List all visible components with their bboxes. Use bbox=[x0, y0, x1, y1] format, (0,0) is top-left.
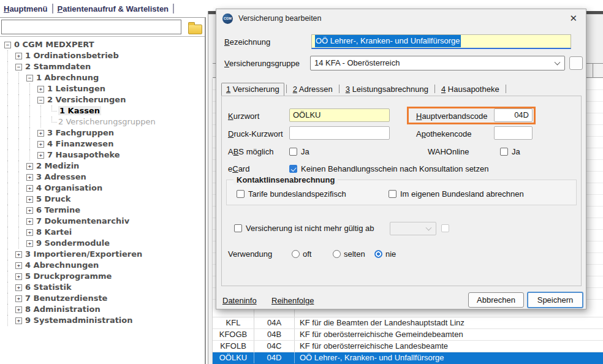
dialog-tab[interactable]: 2 Adressen bbox=[289, 83, 337, 96]
versicherungsgruppe-browse-button[interactable] bbox=[569, 56, 583, 70]
verwendung-selten-radio[interactable] bbox=[333, 250, 341, 258]
tree-item[interactable]: 7 Benutzerdienste + bbox=[0, 293, 205, 304]
speichern-button[interactable]: Speichern bbox=[527, 292, 583, 308]
tree-item[interactable]: 9 Sondermodule + bbox=[0, 238, 205, 249]
wahonline-checkbox[interactable] bbox=[500, 148, 508, 156]
tree-guide-line bbox=[7, 127, 8, 138]
collapse-icon[interactable]: − bbox=[26, 75, 33, 82]
expand-icon[interactable]: + bbox=[15, 262, 22, 269]
tree-item[interactable]: 7 Dokumentenarchiv + bbox=[0, 216, 205, 227]
expand-icon[interactable]: + bbox=[15, 284, 22, 291]
main-tab[interactable]: Hauptmenü bbox=[4, 4, 48, 13]
tree-item[interactable]: 1 Ordinationsbetrieb + bbox=[0, 50, 205, 61]
expand-icon[interactable]: + bbox=[37, 152, 44, 159]
tree-item[interactable]: 5 Druck + bbox=[0, 194, 205, 205]
search-input[interactable] bbox=[1, 20, 181, 34]
hauptverbandscode-field[interactable]: 04D bbox=[494, 108, 533, 122]
tree-item-label: 3 Importieren/Exportieren bbox=[25, 249, 142, 259]
tree-item[interactable]: 9 Systemadministration + bbox=[0, 315, 205, 326]
bezeichnung-field[interactable]: OÖ Lehrer-, Kranken- und Unfallfürsorge bbox=[311, 34, 571, 49]
ecard-label: eCard bbox=[228, 164, 249, 173]
tree-item[interactable]: 4 Abrechnungen + bbox=[0, 260, 205, 271]
tree-item-label: 8 Administration bbox=[25, 305, 100, 314]
verwendung-oft-label: oft bbox=[303, 249, 311, 259]
tree-item[interactable]: 2 Stammdaten − bbox=[0, 61, 205, 72]
dateninfo-link[interactable]: Dateninfo bbox=[222, 296, 257, 305]
tree-guide-line bbox=[18, 238, 19, 249]
table-row[interactable]: KFOLB 04C KF für oberösterreichische Lan… bbox=[213, 341, 603, 352]
expand-icon[interactable]: + bbox=[26, 163, 33, 170]
tree-item[interactable]: 3 Fachgruppen + bbox=[0, 127, 205, 138]
ecard-checkbox[interactable] bbox=[289, 165, 297, 173]
tree-item[interactable]: 3 Importieren/Exportieren + bbox=[0, 249, 205, 260]
expand-icon[interactable]: + bbox=[37, 141, 44, 148]
tree-guide-line bbox=[7, 315, 8, 326]
abs-moeglich-checkbox[interactable] bbox=[289, 148, 297, 156]
table-row[interactable]: OÖLKU 04D OÖ Lehrer-, Kranken- und Unfal… bbox=[213, 352, 603, 364]
eigenes-bundesland-checkbox[interactable] bbox=[389, 190, 396, 198]
tree-item[interactable]: 4 Finanzwesen + bbox=[0, 138, 205, 150]
expand-icon[interactable]: + bbox=[15, 306, 22, 313]
expand-icon[interactable]: + bbox=[15, 273, 22, 280]
main-tab[interactable]: Patientenaufruf & Wartelisten bbox=[58, 4, 169, 13]
close-icon[interactable]: ✕ bbox=[567, 13, 580, 24]
table-row[interactable]: KFL 04A KF für die Beamten der Landeshau… bbox=[213, 317, 603, 329]
tree-item[interactable]: 8 Kartei + bbox=[0, 227, 205, 238]
cell-name: OÖ Lehrer-, Kranken- und Unfallfürsorge bbox=[295, 352, 603, 363]
druck-kurzwort-field[interactable] bbox=[289, 126, 390, 140]
expand-icon[interactable]: + bbox=[15, 317, 22, 324]
apothekencode-field[interactable] bbox=[494, 126, 533, 140]
tree-item[interactable]: 0 CGM MEDXPERT − bbox=[0, 39, 205, 50]
verwendung-oft-radio[interactable] bbox=[292, 250, 300, 258]
tree-item[interactable]: 2 Versicherungsgruppen bbox=[0, 116, 205, 127]
dialog-tab[interactable]: 1 Versicherung bbox=[221, 83, 284, 96]
dialog-tab[interactable]: 4 Hausapotheke bbox=[437, 83, 504, 96]
dialog-tab-strip: 1 Versicherung2 Adressen3 Leistungsabrec… bbox=[221, 82, 582, 96]
dialog-tab[interactable]: 3 Leistungsabrechnung bbox=[341, 83, 433, 96]
tree-item[interactable]: 3 Adressen + bbox=[0, 172, 205, 183]
tarife-bundesland-checkbox[interactable] bbox=[237, 190, 245, 198]
kurzwort-field[interactable]: OÖLKU bbox=[289, 108, 390, 122]
collapse-icon[interactable]: − bbox=[37, 97, 44, 104]
tab-separator bbox=[173, 4, 174, 13]
expand-icon[interactable]: + bbox=[26, 229, 33, 236]
folder-icon[interactable] bbox=[188, 25, 202, 34]
tree-guide-line bbox=[7, 72, 8, 83]
reihenfolge-link[interactable]: Reihenfolge bbox=[271, 296, 314, 305]
tree-guide-line bbox=[18, 227, 19, 238]
cgm-logo-icon: CGM bbox=[222, 13, 233, 24]
expand-icon[interactable]: + bbox=[15, 53, 22, 59]
expand-icon[interactable]: + bbox=[26, 196, 33, 203]
expand-icon[interactable]: + bbox=[26, 207, 33, 214]
tree-item[interactable]: 1 Leistungen + bbox=[0, 83, 205, 94]
tree-item[interactable]: 5 Druckprogramme + bbox=[0, 271, 205, 282]
expand-icon[interactable]: + bbox=[26, 185, 33, 192]
abbrechen-button[interactable]: Abbrechen bbox=[468, 292, 524, 308]
expand-icon[interactable]: + bbox=[26, 218, 33, 225]
tree-guide-line bbox=[7, 138, 8, 150]
tree-guide-line bbox=[7, 172, 8, 183]
tree-item[interactable]: 1 Kassen bbox=[0, 105, 205, 116]
tree-item[interactable]: 2 Medizin + bbox=[0, 161, 205, 172]
tree-item[interactable]: 2 Versicherungen − bbox=[0, 94, 205, 105]
tree-item[interactable]: 7 Hausapotheke + bbox=[0, 150, 205, 161]
expand-icon[interactable]: + bbox=[15, 295, 22, 302]
tree-item[interactable]: 6 Termine + bbox=[0, 205, 205, 216]
expand-icon[interactable]: + bbox=[26, 240, 33, 247]
tree-item[interactable]: 6 Statistik + bbox=[0, 282, 205, 293]
tree-item[interactable]: 8 Administration + bbox=[0, 304, 205, 315]
collapse-icon[interactable]: − bbox=[4, 42, 11, 48]
collapse-icon[interactable]: − bbox=[15, 64, 22, 70]
expand-icon[interactable]: + bbox=[26, 174, 33, 181]
tab-separator bbox=[52, 4, 53, 13]
gueltig-ab-checkbox[interactable] bbox=[234, 224, 242, 232]
expand-icon[interactable]: + bbox=[37, 130, 44, 137]
tree-item[interactable]: 4 Organisation + bbox=[0, 183, 205, 194]
table-row[interactable]: KFOGB 04B KF für oberösterreichische Gem… bbox=[213, 329, 603, 341]
expand-icon[interactable]: + bbox=[15, 251, 22, 258]
cell-name: KF für oberösterreichische Landesbeamte bbox=[295, 341, 603, 352]
versicherungsgruppe-select[interactable]: 14 KFA - Oberösterreich bbox=[310, 56, 565, 70]
tree-item[interactable]: 1 Abrechnung − bbox=[0, 72, 205, 83]
expand-icon[interactable]: + bbox=[37, 86, 44, 93]
verwendung-nie-radio[interactable] bbox=[374, 250, 382, 258]
